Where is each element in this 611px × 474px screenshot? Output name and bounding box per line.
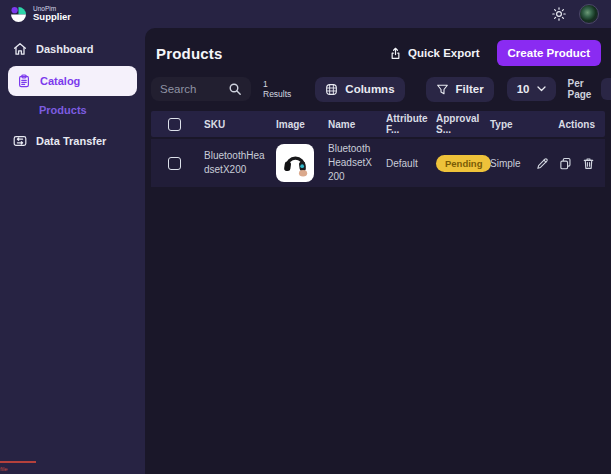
main-panel: Products Quick Export Create Product — [145, 28, 611, 474]
delete-trash-icon[interactable] — [582, 157, 595, 170]
sidebar-subitem-products[interactable]: Products — [0, 97, 145, 125]
columns-icon — [325, 83, 338, 96]
cell-approval-status: Pending — [429, 155, 483, 172]
edit-pencil-icon[interactable] — [536, 157, 549, 170]
cell-sku: BluetoothHeadsetX200 — [197, 149, 269, 177]
results-label: Results — [263, 89, 291, 99]
sidebar-item-catalog[interactable]: Catalog — [8, 66, 137, 96]
sidebar-item-data-transfer[interactable]: Data Transfer — [0, 125, 145, 157]
header-name: Name — [321, 119, 379, 130]
cell-image — [269, 144, 321, 182]
page-title: Products — [156, 45, 223, 62]
header-actions: Actions — [529, 119, 605, 130]
artifact-text: file — [0, 466, 40, 472]
datagrid-toolbar: 1 Results Columns Filter — [145, 74, 611, 102]
chevron-down-icon — [537, 86, 546, 92]
user-avatar[interactable] — [579, 4, 599, 24]
sidebar-item-label: Dashboard — [36, 43, 93, 55]
copy-icon[interactable] — [559, 157, 572, 170]
brand: UnoPim Supplier — [10, 6, 71, 23]
cell-actions — [529, 157, 605, 170]
cell-type: Simple — [483, 158, 529, 169]
app-layout: Dashboard Catalog Products Data Tr — [0, 28, 611, 474]
header-sku: SKU — [197, 119, 269, 130]
per-page-label: Per Page — [567, 78, 591, 100]
table-row[interactable]: BluetoothHeadsetX200 BluetoothHeadsetX20… — [151, 139, 605, 187]
select-all-checkbox[interactable] — [168, 118, 181, 131]
quick-export-button[interactable]: Quick Export — [389, 47, 480, 60]
results-count: 1 — [263, 79, 291, 89]
sidebar-item-dashboard[interactable]: Dashboard — [0, 33, 145, 65]
export-icon — [389, 47, 402, 60]
products-table: SKU Image Name Attribute F... Approval S… — [151, 111, 605, 187]
topbar-right — [552, 4, 599, 24]
table-header-row: SKU Image Name Attribute F... Approval S… — [151, 111, 605, 137]
transfer-icon — [13, 134, 27, 148]
topbar: UnoPim Supplier — [0, 0, 611, 28]
brand-role: Supplier — [33, 12, 71, 22]
sidebar-item-label: Data Transfer — [36, 135, 106, 147]
header-actions: Quick Export Create Product — [389, 40, 601, 66]
filter-button[interactable]: Filter — [426, 77, 494, 102]
row-checkbox[interactable] — [168, 157, 181, 170]
product-thumbnail[interactable] — [276, 144, 314, 182]
header-checkbox-cell — [151, 118, 197, 131]
brand-text: UnoPim Supplier — [33, 6, 71, 23]
filter-funnel-icon — [436, 83, 449, 96]
columns-label: Columns — [345, 83, 394, 95]
search-box[interactable] — [151, 77, 251, 101]
per-page-value: 10 — [517, 83, 530, 95]
bottom-left-artifact: file — [0, 461, 40, 472]
create-product-button[interactable]: Create Product — [497, 40, 601, 66]
results-counter: 1 Results — [263, 79, 291, 99]
columns-button[interactable]: Columns — [315, 77, 404, 102]
unopim-logo-icon — [10, 6, 27, 23]
sidebar: Dashboard Catalog Products Data Tr — [0, 28, 145, 474]
theme-toggle-sun-icon[interactable] — [552, 7, 566, 21]
filter-label: Filter — [456, 83, 484, 95]
header-type: Type — [483, 119, 529, 130]
header-approval-status: Approval S... — [429, 113, 483, 135]
header-attribute-family: Attribute F... — [379, 113, 429, 135]
row-checkbox-cell — [151, 157, 197, 170]
header-image: Image — [269, 119, 321, 130]
home-icon — [13, 42, 27, 56]
search-icon[interactable] — [228, 82, 242, 96]
clipboard-icon — [17, 74, 31, 88]
sidebar-item-label: Catalog — [40, 75, 80, 87]
page-number-input[interactable] — [601, 78, 611, 100]
cell-attribute-family: Default — [379, 158, 429, 169]
per-page-select[interactable]: 10 — [507, 77, 557, 101]
quick-export-label: Quick Export — [408, 47, 480, 59]
artifact-line — [0, 461, 36, 463]
cell-name: BluetoothHeadsetX200 — [321, 142, 379, 184]
search-input[interactable] — [160, 83, 212, 95]
main-header: Products Quick Export Create Product — [145, 28, 611, 74]
